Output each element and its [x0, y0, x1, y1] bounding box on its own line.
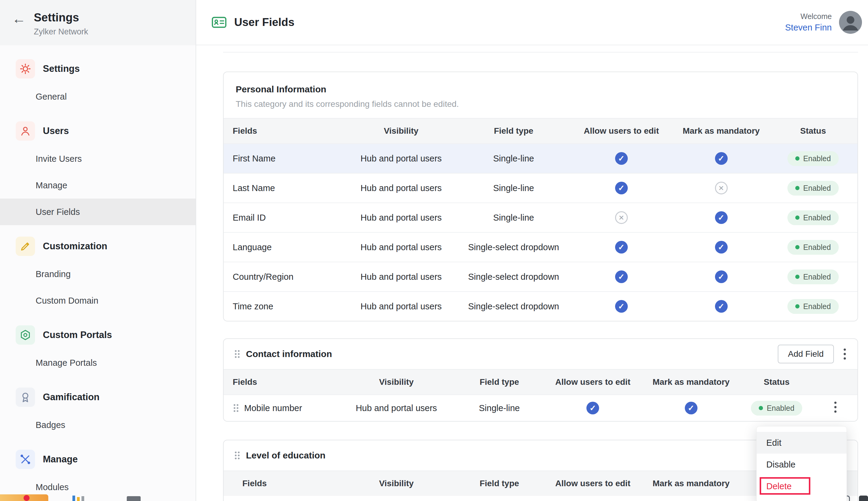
- field-name: Time zone: [224, 301, 344, 311]
- visibility-value: Hub and portal users: [344, 242, 458, 252]
- allow-edit-mark-icon: [615, 152, 628, 165]
- field-type-value: Single-line: [458, 213, 569, 223]
- taskbar-fragment-browser: [0, 494, 48, 501]
- sidebar-item-invite-users[interactable]: Invite Users: [0, 146, 195, 172]
- kebab-menu-icon[interactable]: [843, 348, 847, 361]
- table-row: Language Hub and portal users Single-sel…: [224, 232, 857, 262]
- field-type-value: Single-line: [455, 403, 544, 413]
- status-badge: Enabled: [787, 299, 839, 314]
- scrolled-card-edge: [223, 52, 858, 53]
- add-field-button[interactable]: Add Field: [778, 345, 834, 363]
- avatar[interactable]: [839, 11, 862, 34]
- card-subtitle: This category and its corresponding fiel…: [236, 99, 845, 109]
- nav-label: Customization: [43, 241, 107, 252]
- table-row: Time zone Hub and portal users Single-se…: [224, 291, 857, 321]
- status-dot-icon: [795, 275, 800, 279]
- field-type-value: Single-select dropdown: [458, 242, 569, 252]
- sidebar-item-branding[interactable]: Branding: [0, 261, 195, 287]
- allow-edit-mark-icon: [615, 300, 628, 313]
- column-header: Allow users to edit: [569, 126, 674, 136]
- allow-edit-mark-icon: [615, 241, 628, 254]
- sidebar-item-customization[interactable]: Customization: [0, 232, 195, 261]
- column-header: Mark as mandatory: [674, 126, 769, 136]
- status-badge: Enabled: [787, 269, 839, 284]
- allow-edit-mark-icon: [615, 270, 628, 283]
- gear-icon: [16, 59, 35, 78]
- sidebar-header: ← Settings Zylker Network: [0, 0, 195, 45]
- nav-label: Custom Portals: [43, 330, 112, 340]
- nav-label: Settings: [43, 63, 80, 74]
- status-dot-icon: [759, 406, 763, 410]
- welcome-label: Welcome: [800, 12, 832, 21]
- nav-label: Gamification: [43, 392, 99, 403]
- mandatory-mark-icon: [715, 241, 728, 254]
- visibility-value: Hub and portal users: [344, 301, 458, 311]
- mandatory-mark-icon: [715, 211, 728, 224]
- pen-icon: [16, 237, 35, 256]
- table-row: Email ID Hub and portal users Single-lin…: [224, 203, 857, 232]
- sidebar-item-general[interactable]: General: [0, 83, 195, 110]
- field-type-value: Single-select dropdown: [458, 272, 569, 282]
- sidebar-item-settings[interactable]: Settings: [0, 54, 195, 83]
- sidebar-item-manage[interactable]: Manage: [0, 445, 195, 474]
- row-kebab-menu-icon[interactable]: [834, 401, 837, 414]
- drag-handle-icon[interactable]: [233, 403, 239, 413]
- status-dot-icon: [795, 186, 800, 190]
- sidebar-item-manage-users[interactable]: Manage: [0, 172, 195, 199]
- field-name: Mobile number: [244, 403, 302, 413]
- back-arrow-icon[interactable]: ←: [12, 10, 26, 27]
- field-name: Last Name: [224, 183, 344, 193]
- table-header: Fields Visibility Field type Allow users…: [224, 118, 857, 143]
- badge-icon: [16, 387, 35, 407]
- nav-section-settings: Settings General: [0, 54, 195, 110]
- nav-section-gamification: Gamification Badges: [0, 383, 195, 438]
- page-title: User Fields: [234, 16, 294, 29]
- mandatory-mark-icon: [715, 182, 728, 194]
- main-area: User Fields Welcome Steven Finn Personal…: [196, 0, 868, 501]
- taskbar-fragment-icon: [127, 496, 141, 501]
- mandatory-mark-icon: [715, 270, 728, 283]
- sidebar-item-badges[interactable]: Badges: [0, 412, 195, 438]
- field-name: Country/Region: [224, 272, 344, 282]
- page-header: User Fields Welcome Steven Finn: [196, 0, 868, 45]
- column-header: Fields: [224, 126, 344, 136]
- sidebar-item-manage-portals[interactable]: Manage Portals: [0, 350, 195, 376]
- sidebar-item-users[interactable]: Users: [0, 117, 195, 146]
- field-type-value: Single-select dropdown: [458, 301, 569, 311]
- card-title: Personal Information: [236, 84, 845, 95]
- menu-item-delete[interactable]: Delete: [757, 475, 847, 497]
- table-row: Country/Region Hub and portal users Sing…: [224, 262, 857, 291]
- table-row: Mobile number Hub and portal users Singl…: [224, 394, 857, 421]
- username-link[interactable]: Steven Finn: [785, 23, 832, 33]
- sidebar-item-user-fields[interactable]: User Fields: [0, 199, 195, 225]
- menu-item-edit[interactable]: Edit: [757, 432, 847, 454]
- user-fields-icon: [211, 14, 227, 31]
- drag-handle-icon[interactable]: [234, 349, 240, 359]
- menu-item-disable[interactable]: Disable: [757, 454, 847, 475]
- status-badge: Enabled: [787, 210, 839, 225]
- column-header: Field type: [458, 126, 569, 136]
- nav-section-custom-portals: Custom Portals Manage Portals: [0, 320, 195, 376]
- status-dot-icon: [795, 304, 800, 308]
- taskbar-fragment-chart-icon: [73, 495, 84, 501]
- sidebar-item-gamification[interactable]: Gamification: [0, 383, 195, 412]
- visibility-value: Hub and portal users: [344, 213, 458, 223]
- row-context-menu: Edit Disable Delete: [756, 426, 847, 501]
- sidebar-item-custom-portals[interactable]: Custom Portals: [0, 320, 195, 350]
- field-name: First Name: [224, 153, 344, 163]
- mandatory-mark-icon[interactable]: [685, 402, 697, 414]
- sidebar-nav: Settings General Users Invite Users Mana…: [0, 45, 195, 500]
- allow-edit-mark-icon[interactable]: [587, 402, 599, 414]
- status-badge: Enabled: [787, 240, 839, 255]
- allow-edit-mark-icon: [615, 211, 628, 224]
- nav-label: Users: [43, 126, 69, 136]
- column-header: Allow users to edit: [544, 377, 642, 387]
- notification-dot-icon: [23, 495, 30, 501]
- sidebar-item-custom-domain[interactable]: Custom Domain: [0, 287, 195, 314]
- mandatory-mark-icon: [715, 152, 728, 165]
- network-name: Zylker Network: [34, 27, 88, 36]
- column-header: Visibility: [344, 126, 458, 136]
- drag-handle-icon[interactable]: [234, 451, 240, 460]
- taskbar-fragment-dark-icon: [859, 495, 868, 501]
- column-header: Allow users to edit: [544, 479, 642, 488]
